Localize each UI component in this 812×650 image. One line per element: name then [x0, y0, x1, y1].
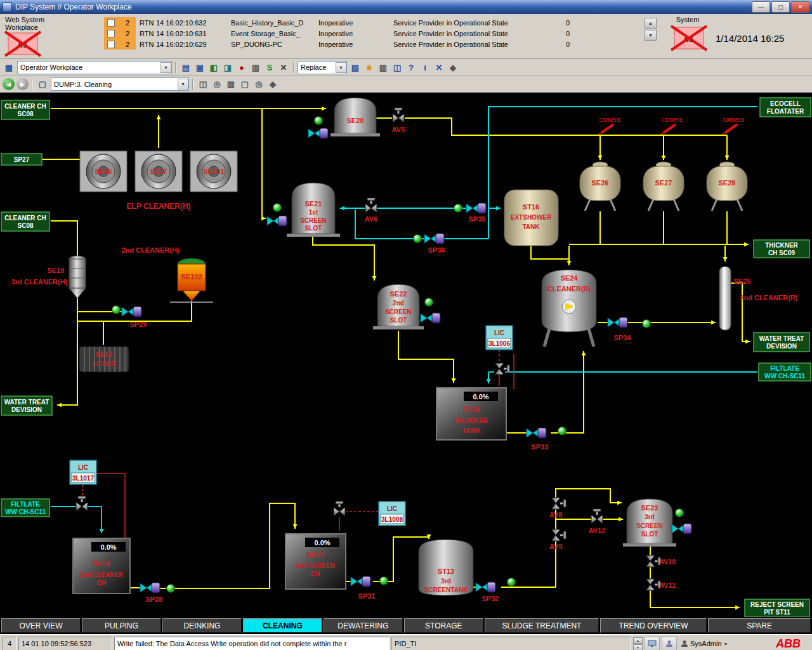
- instrument-lic-3l1017[interactable]: LIC 3L1017: [70, 460, 96, 484]
- print-icon[interactable]: ▥: [377, 61, 390, 74]
- monitor-icon[interactable]: ▢: [36, 78, 49, 91]
- tank-se22[interactable]: SE22 2nd SCREEN SLOT: [373, 284, 424, 329]
- replace-combobox[interactable]: Replace ▼: [298, 61, 347, 74]
- io-filtlate-right[interactable]: FILTLATE WW CH-SC11: [759, 363, 811, 381]
- apps-icon[interactable]: ▤: [180, 61, 192, 74]
- alarm-row[interactable]: 2RTN14 16:02:10:632Basic_History_Basic_D…: [104, 17, 612, 28]
- window-icon[interactable]: ▢: [239, 78, 251, 91]
- io-water-treat-left[interactable]: WATER TREAT DEVISION: [1, 396, 52, 415]
- close-view-icon[interactable]: ✕: [433, 61, 445, 74]
- tank-se25[interactable]: [719, 267, 731, 330]
- io-ecocell-floatater[interactable]: ECOCELL FLOATATER: [760, 98, 811, 117]
- alarm-row[interactable]: 2RTN14 16:02:10:631Event Storage_Basic_I…: [104, 28, 612, 39]
- alarm-list-icon[interactable]: ●: [235, 61, 248, 74]
- spin-down-icon[interactable]: ▼: [633, 644, 643, 650]
- web-workplace-disconnected-icon[interactable]: 41: [4, 30, 42, 57]
- info-icon[interactable]: i: [419, 61, 431, 74]
- tab-pulping[interactable]: PULPING: [82, 618, 161, 633]
- alarm-ack-checkbox[interactable]: [104, 28, 119, 39]
- av12-label: AV12: [589, 527, 606, 534]
- display-teal-icon[interactable]: ◨: [221, 61, 234, 74]
- lifter-se19[interactable]: SE19 LIFRER: [79, 347, 129, 372]
- alarm-cell-priority: 2: [119, 28, 136, 39]
- minimize-button[interactable]: —: [752, 1, 770, 13]
- cleaner-se16[interactable]: SE16: [80, 151, 127, 192]
- io-water-treat-right[interactable]: WATER TREAT DEVISION: [754, 333, 809, 352]
- instrument-lic-3l1006[interactable]: LIC 3L1006: [486, 326, 513, 350]
- sp34-label: SP34: [614, 334, 632, 342]
- tab-sludge-treatment[interactable]: SLUDGE TREATMENT: [485, 618, 599, 633]
- workplace-combobox[interactable]: Operator Workplace ▼: [17, 61, 172, 74]
- printer-icon[interactable]: ▥: [249, 61, 262, 74]
- operator-workplace-window: DIP System // Operator Workplace — ▢ ✕ W…: [0, 0, 812, 650]
- tank-sc07[interactable]: 0.0% SC07 2nd SCREEN CH: [285, 534, 346, 589]
- tank-se20[interactable]: SE20: [331, 98, 380, 136]
- cut-icon[interactable]: ✕: [277, 61, 290, 74]
- export-icon[interactable]: ◫: [391, 61, 403, 74]
- sfc-icon[interactable]: S: [263, 61, 276, 74]
- display-green-icon[interactable]: ◧: [207, 61, 220, 74]
- tank-se23[interactable]: SE23 3rd SCREEN SLOT: [623, 499, 676, 547]
- tab-cleaning[interactable]: CLEANING: [243, 618, 322, 633]
- maximize-button[interactable]: ▢: [771, 1, 790, 13]
- alarm-ack-checkbox[interactable]: [104, 17, 119, 28]
- network-status-icon[interactable]: [645, 637, 660, 650]
- user-status-icon[interactable]: [662, 637, 677, 650]
- system-disconnected-icon[interactable]: 41: [670, 25, 708, 51]
- tab-dewatering[interactable]: DEWATERING: [324, 618, 403, 633]
- chevron-down-icon[interactable]: ▼: [160, 62, 171, 73]
- search-icon[interactable]: ◎: [211, 78, 223, 91]
- io-filtlate-left[interactable]: FILTLATE WW CH-SC11: [1, 499, 49, 517]
- se21-line3: SCREEN: [300, 217, 327, 224]
- tank-st16[interactable]: ST16 EXTSHOWER TANK: [504, 190, 558, 246]
- status-led-se21: [273, 204, 282, 212]
- back-button[interactable]: ◀: [3, 78, 15, 90]
- sc07-line3: CH: [311, 571, 320, 578]
- cleaner-se101[interactable]: SE101: [190, 151, 237, 192]
- tab-storage[interactable]: STORAGE: [404, 618, 483, 633]
- tank-st14[interactable]: 0.0% ST14 REVERSE TANK: [436, 388, 506, 440]
- tank-se21[interactable]: SE21 1st SCREEN SLOT: [287, 183, 340, 237]
- scroll-up-icon[interactable]: ▲: [645, 18, 657, 29]
- status-led-se22: [425, 298, 433, 307]
- alarm-row[interactable]: 2RTN14 16:02:10:629SP_DUONG-PCInoperativ…: [104, 39, 612, 50]
- pin-icon[interactable]: ◆: [447, 61, 459, 74]
- io-sp27[interactable]: SP27: [1, 154, 42, 165]
- print-icon[interactable]: ▥: [225, 78, 237, 91]
- tab-deinking[interactable]: DEINKING: [162, 618, 242, 633]
- help-icon[interactable]: ?: [405, 61, 417, 74]
- cleaner-se17[interactable]: SE17: [135, 151, 182, 192]
- io-cleaner-ch-sc08-mid[interactable]: CLEANER CH SC08: [1, 212, 49, 231]
- address-combobox[interactable]: DUMP:3. Cleaning ▼: [51, 77, 189, 91]
- workplace-icon[interactable]: ▦: [3, 61, 15, 74]
- io-thickner-ch-sc09[interactable]: THICKNER CH SC09: [754, 240, 809, 258]
- tank-sc06[interactable]: 0.0% SC06 2nd CLEANER CH: [73, 538, 130, 594]
- chart-icon[interactable]: ▧: [349, 61, 362, 74]
- favorites-icon[interactable]: ★: [363, 61, 376, 74]
- io-cleaner-ch-sc08-top[interactable]: CLEANER CH SC08: [1, 100, 49, 119]
- io-reject-screen-pit[interactable]: REJECT SCREEN PIT ST11: [745, 599, 809, 617]
- instrument-lic-3l1008[interactable]: LIC 3L1008: [379, 501, 405, 526]
- se21-label: SE21: [305, 200, 322, 208]
- user-selector[interactable]: SysAdmin ▼: [679, 637, 730, 650]
- tank-st13[interactable]: ST13 3rd SCREENTANK: [419, 540, 473, 595]
- pin-icon[interactable]: ◆: [266, 78, 279, 91]
- zoom-icon[interactable]: ◎: [252, 78, 265, 91]
- chevron-down-icon[interactable]: ▼: [178, 79, 188, 90]
- tab-spare[interactable]: SPARE: [708, 618, 811, 633]
- tab-trend-overview[interactable]: TREND OVERVIEW: [600, 618, 707, 633]
- tab-over-view[interactable]: OVER VIEW: [1, 618, 81, 633]
- forward-button[interactable]: ▶: [16, 78, 29, 90]
- chevron-down-icon[interactable]: ▼: [724, 642, 728, 646]
- scroll-down-icon[interactable]: ▼: [645, 30, 657, 41]
- status-led-sp34: [643, 320, 651, 328]
- chevron-down-icon[interactable]: ▼: [336, 62, 346, 73]
- tree-view-icon[interactable]: ▣: [193, 61, 206, 74]
- close-button[interactable]: ✕: [791, 1, 809, 13]
- spin-up-icon[interactable]: ▲: [633, 637, 643, 644]
- alarm-ack-checkbox[interactable]: [104, 39, 119, 50]
- sp31-label: SP31: [358, 592, 376, 600]
- io-label: REJECT SCREEN: [750, 601, 804, 608]
- page-icon[interactable]: ◫: [197, 78, 209, 91]
- av11-label: AV11: [659, 581, 676, 589]
